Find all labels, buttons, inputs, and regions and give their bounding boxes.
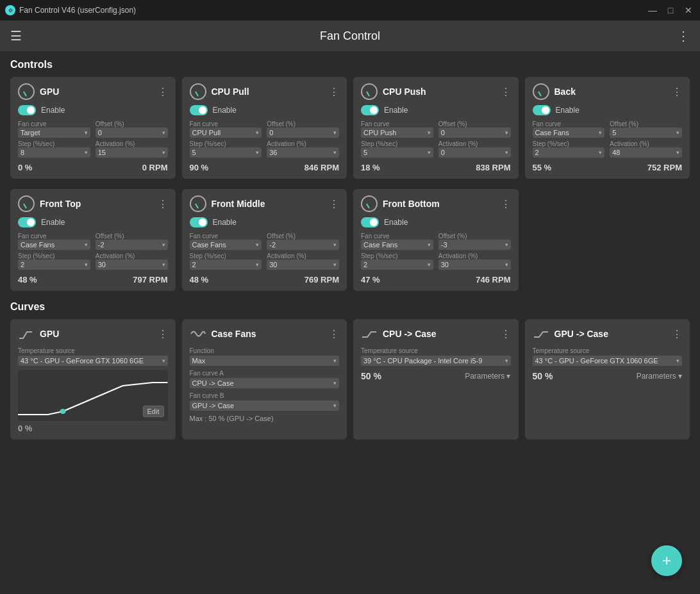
temp-source-field: Temperature source43 °C - GPU - GeForce … [18,347,168,366]
step-activation-row: Step (%/sec)5▾Activation (%)0▾ [361,140,511,158]
nav-menu-dots[interactable]: ⋮ [677,28,690,44]
offset-select[interactable]: 0▾ [438,128,511,138]
curve-card-menu[interactable]: ⋮ [672,328,682,340]
fan-curve-a-select[interactable]: CPU -> Case▾ [190,378,340,388]
temp-source-field: Temperature source39 °C - CPU Package - … [361,347,511,366]
fan-curve-select[interactable]: Case Fans▾ [190,240,262,250]
offset-select[interactable]: 5▾ [610,128,682,138]
fan-card-menu[interactable]: ⋮ [158,86,168,98]
step-select[interactable]: 8▾ [18,147,90,158]
tachometer-icon [190,195,206,212]
fan-rpm: 752 RPM [647,163,682,172]
offset-col: Offset (%)0▾ [96,120,168,138]
fan-card-header: Front Middle⋮ [190,195,340,212]
step-select[interactable]: 2▾ [361,260,433,270]
enable-toggle[interactable] [18,217,36,227]
activation-select[interactable]: 30▾ [96,260,168,270]
tachometer-icon [533,83,549,100]
window-controls: — □ ✕ [646,4,695,17]
fan-curve-select[interactable]: Case Fans▾ [361,240,433,250]
curve-card-header: CPU -> Case⋮ [361,326,511,342]
fan-card-menu[interactable]: ⋮ [329,86,339,98]
fan-pct: 55 % [533,163,552,172]
activation-select[interactable]: 30▾ [267,260,339,270]
step-select[interactable]: 2▾ [190,260,262,270]
fan-curve-select[interactable]: Target▾ [18,128,90,138]
fan-name: CPU Push [383,87,501,97]
fan-card-menu[interactable]: ⋮ [501,86,511,98]
activation-select[interactable]: 15▾ [96,147,168,158]
offset-select[interactable]: -2▾ [96,240,168,250]
curve-card-header: GPU⋮ [18,326,168,342]
hamburger-menu[interactable]: ☰ [10,28,22,44]
curve-card: GPU -> Case⋮Temperature source43 °C - GP… [525,319,690,440]
enable-label: Enable [556,106,579,115]
step-col: Step (%/sec)5▾ [361,140,433,158]
enable-toggle[interactable] [361,105,379,115]
add-fab[interactable]: + [651,545,682,576]
activation-select[interactable]: 30▾ [438,260,511,270]
parameters-button[interactable]: Parameters ▾ [637,372,682,381]
curve-name: CPU -> Case [383,329,501,339]
fan-card-header: Front Top⋮ [18,195,168,212]
wave-chart-icon [190,326,206,342]
curve-card: CPU -> Case⋮Temperature source39 °C - CP… [353,319,519,440]
fan-card-menu[interactable]: ⋮ [158,198,168,210]
stats-row: 48 %797 RPM [18,275,168,285]
temp-source-select[interactable]: 43 °C - GPU - GeForce GTX 1060 6GE▾ [18,356,168,366]
offset-select[interactable]: -3▾ [438,240,511,250]
fan-card-menu[interactable]: ⋮ [329,198,339,210]
fan-curve-row: Fan curveCPU Push▾Offset (%)0▾ [361,120,511,138]
temp-source-select[interactable]: 43 °C - GPU - GeForce GTX 1060 6GE▾ [533,356,683,366]
offset-select[interactable]: 0▾ [267,128,339,138]
step-select[interactable]: 5▾ [361,147,433,158]
fan-curve-select[interactable]: CPU Push▾ [361,128,433,138]
parameters-button[interactable]: Parameters ▾ [465,372,510,381]
fan-card: CPU Push⋮EnableFan curveCPU Push▾Offset … [353,77,519,179]
fan-curve-b-select[interactable]: GPU -> Case▾ [190,400,340,411]
fan-card-menu[interactable]: ⋮ [672,86,682,98]
minimize-button[interactable]: — [646,4,659,17]
function-select[interactable]: Max▾ [190,356,340,366]
activation-select[interactable]: 0▾ [438,147,511,158]
enable-toggle[interactable] [533,105,551,115]
fan-card-menu[interactable]: ⋮ [501,198,511,210]
temp-source-select[interactable]: 39 °C - CPU Package - Intel Core i5-9▾ [361,356,511,366]
fan-curve-label: Fan curveCPU Push▾ [361,120,433,138]
edit-chart-button[interactable]: Edit [143,406,164,417]
function-field: FunctionMax▾ [190,347,340,366]
enable-label: Enable [384,218,408,227]
close-button[interactable]: ✕ [682,4,695,17]
curve-card-menu[interactable]: ⋮ [501,328,511,340]
enable-label: Enable [41,106,65,115]
curve-pct: 50 % [533,371,553,381]
step-select[interactable]: 5▾ [190,147,262,158]
enable-toggle[interactable] [18,105,36,115]
enable-toggle[interactable] [190,105,208,115]
step-select[interactable]: 2▾ [18,260,90,270]
fan-rpm: 838 RPM [476,163,510,172]
app-title: Fan Control V46 (userConfig.json) [19,6,136,15]
enable-toggle[interactable] [361,217,379,227]
app-icon: ⚙ [5,5,15,15]
activation-select[interactable]: 36▾ [267,147,339,158]
fan-pct: 47 % [361,275,380,285]
fan-card-header: GPU⋮ [18,83,168,100]
enable-label: Enable [384,106,408,115]
step-activation-row: Step (%/sec)2▾Activation (%)30▾ [190,252,340,270]
fan-curve-select[interactable]: CPU Pull▾ [190,128,262,138]
offset-select[interactable]: -2▾ [267,240,339,250]
step-select[interactable]: 2▾ [533,147,605,158]
maximize-button[interactable]: □ [664,4,677,17]
fan-curve-label: Fan curveCase Fans▾ [361,233,433,250]
fan-curve-select[interactable]: Case Fans▾ [533,128,605,138]
fan-pct: 0 % [18,163,32,172]
fan-curve-select[interactable]: Case Fans▾ [18,240,90,250]
enable-toggle[interactable] [190,217,208,227]
offset-select[interactable]: 0▾ [96,128,168,138]
curve-card-menu[interactable]: ⋮ [329,328,339,340]
curve-card-menu[interactable]: ⋮ [158,328,168,340]
fan-rpm: 769 RPM [304,275,339,285]
activation-select[interactable]: 48▾ [610,147,682,158]
curves-grid: GPU⋮Temperature source43 °C - GPU - GeFo… [10,319,690,440]
